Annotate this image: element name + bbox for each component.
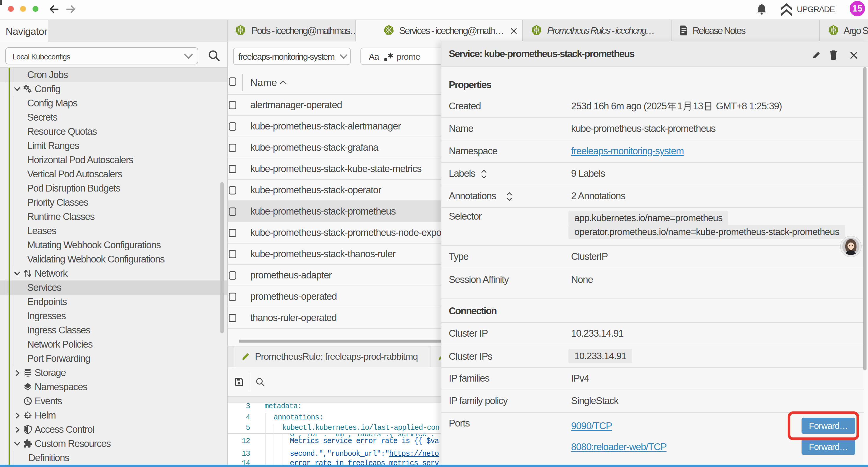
svg-text:HELM: HELM	[25, 414, 30, 417]
